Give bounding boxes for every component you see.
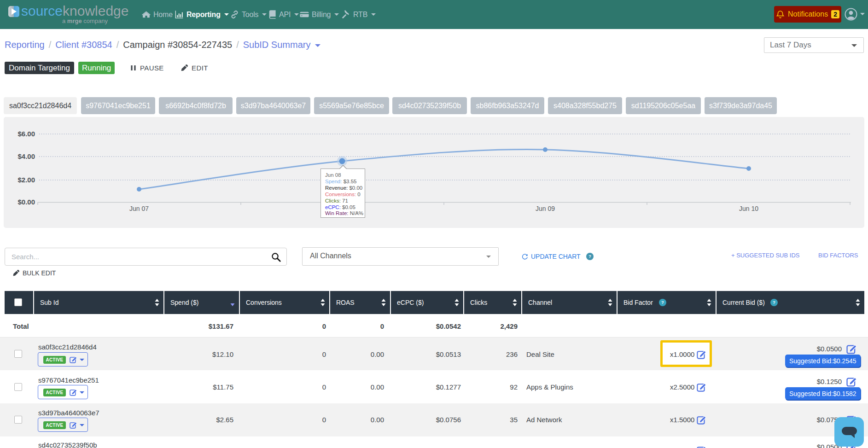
svg-text:Jun 09: Jun 09 xyxy=(536,205,555,212)
svg-text:Jun 10: Jun 10 xyxy=(739,205,758,212)
svg-text:$4.00: $4.00 xyxy=(17,152,35,160)
svg-text:?: ? xyxy=(773,300,775,305)
svg-text:Jun 07: Jun 07 xyxy=(129,205,149,212)
svg-text:$6.00: $6.00 xyxy=(17,130,35,138)
svg-text:$0.00: $0.00 xyxy=(17,198,35,206)
svg-text:?: ? xyxy=(588,254,591,259)
svg-text:$2.00: $2.00 xyxy=(17,176,35,184)
svg-text:?: ? xyxy=(661,300,664,305)
